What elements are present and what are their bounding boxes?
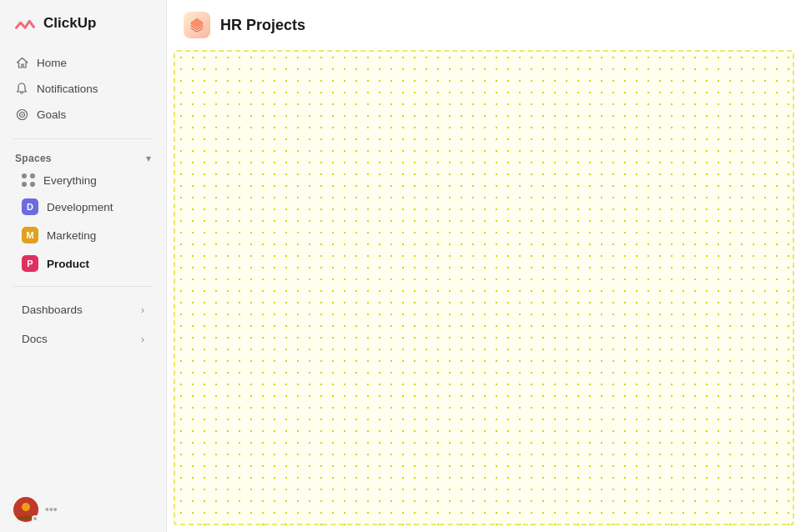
home-icon xyxy=(15,56,28,69)
user-avatar-container[interactable] xyxy=(13,497,38,522)
space-product[interactable]: P Product xyxy=(7,249,159,278)
divider-1 xyxy=(13,138,153,139)
docs-section[interactable]: Docs › xyxy=(7,326,159,352)
nav-home[interactable]: Home xyxy=(7,50,159,75)
logo-area[interactable]: ClickUp xyxy=(0,0,166,47)
page-title: HR Projects xyxy=(220,17,305,34)
logo-text: ClickUp xyxy=(43,15,96,32)
dashboards-section[interactable]: Dashboards › xyxy=(7,297,159,323)
notifications-label: Notifications xyxy=(37,83,98,95)
space-product-label: Product xyxy=(47,258,89,270)
svg-point-4 xyxy=(22,503,30,511)
page-header: HR Projects xyxy=(167,0,801,50)
sidebar-bottom: ••• xyxy=(0,487,166,532)
space-development[interactable]: D Development xyxy=(7,193,159,221)
space-marketing-label: Marketing xyxy=(47,229,96,242)
dashboards-label: Dashboards xyxy=(22,304,83,316)
space-everything[interactable]: Everything xyxy=(7,168,159,193)
divider-2 xyxy=(13,286,153,287)
bell-icon xyxy=(15,82,28,95)
development-badge: D xyxy=(22,198,38,215)
nav-goals[interactable]: Goals xyxy=(7,102,159,127)
sidebar: ClickUp Home Notifications xyxy=(0,0,167,532)
product-badge: P xyxy=(22,255,38,272)
space-development-label: Development xyxy=(47,201,113,213)
page-icon xyxy=(184,12,210,38)
nav-notifications[interactable]: Notifications xyxy=(7,76,159,101)
spaces-chevron-icon: ▾ xyxy=(146,153,151,164)
space-everything-label: Everything xyxy=(43,174,97,187)
everything-dots-icon xyxy=(22,173,35,187)
user-status-dots: ••• xyxy=(45,503,58,516)
avatar-status-dot xyxy=(32,515,38,522)
marketing-badge: M xyxy=(22,227,38,243)
goals-label: Goals xyxy=(37,108,66,121)
spaces-title: Spaces xyxy=(15,153,52,164)
content-area xyxy=(174,50,794,525)
docs-label: Docs xyxy=(22,333,48,345)
svg-point-2 xyxy=(21,113,23,115)
home-label: Home xyxy=(37,57,67,69)
clickup-logo-icon xyxy=(13,12,37,35)
main-nav: Home Notifications Goals xyxy=(0,47,166,130)
space-marketing[interactable]: M Marketing xyxy=(7,221,159,249)
main-content: HR Projects xyxy=(167,0,801,532)
spaces-header[interactable]: Spaces ▾ xyxy=(0,148,166,168)
docs-chevron-icon: › xyxy=(141,334,144,345)
goals-icon xyxy=(15,108,28,121)
dashboards-chevron-icon: › xyxy=(141,304,144,316)
